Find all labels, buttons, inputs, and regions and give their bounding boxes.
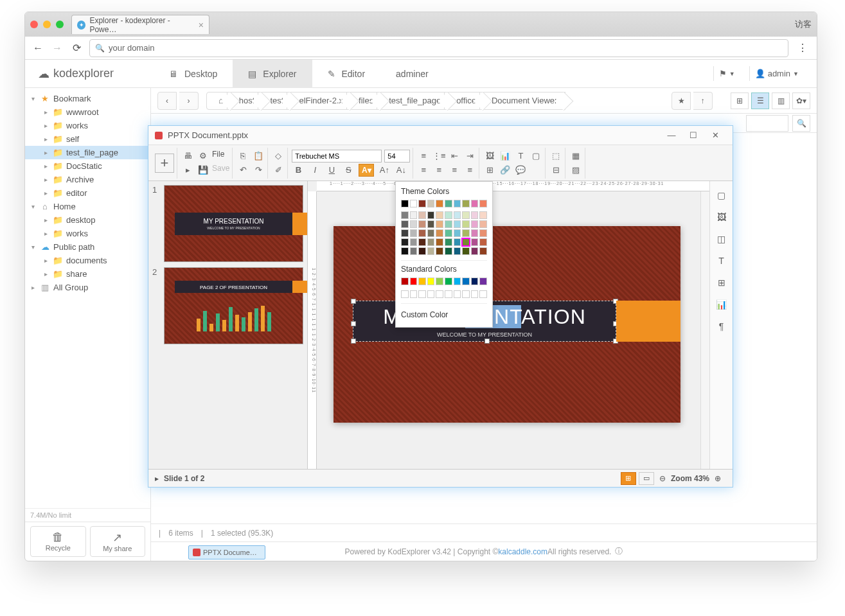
star-button[interactable]: ★ — [672, 92, 691, 110]
color-swatch[interactable] — [436, 211, 443, 219]
sidebar-item-self[interactable]: ▸📁self — [25, 132, 150, 146]
chart2-settings-icon[interactable]: 📊 — [715, 298, 728, 311]
file-menu[interactable]: File — [212, 150, 224, 163]
color-swatch[interactable] — [418, 238, 426, 246]
sidebar-item-desktop[interactable]: ▸📁desktop — [25, 213, 150, 227]
close-window[interactable] — [30, 21, 38, 28]
shape-icon[interactable]: ▢ — [529, 150, 542, 163]
image-settings-icon[interactable]: 🖼 — [715, 211, 728, 224]
link-icon[interactable]: 🔗 — [499, 164, 511, 177]
more-menu-icon[interactable]: ⋮ — [795, 42, 810, 54]
table-settings-icon[interactable]: ⊞ — [715, 276, 728, 289]
up-button[interactable]: ↑ — [693, 92, 713, 110]
color-swatch[interactable] — [479, 247, 487, 255]
color-swatch[interactable] — [462, 277, 470, 285]
minimize-button[interactable]: — — [661, 127, 682, 145]
view-theme[interactable]: ✿▾ — [792, 92, 810, 109]
orange-shape[interactable] — [616, 301, 680, 342]
gear-icon[interactable]: ⚙ — [197, 150, 209, 163]
color-swatch[interactable] — [427, 229, 435, 237]
sidebar-item-works[interactable]: ▸📁works — [25, 227, 150, 240]
color-swatch[interactable] — [427, 277, 435, 285]
color-swatch[interactable] — [410, 247, 418, 255]
slide-canvas[interactable]: MY PRESENTATION WELCOME TO MY PRESENTATI… — [334, 226, 680, 423]
slide-thumbnail-2[interactable]: PAGE 2 OF PRESENTATION — [164, 267, 303, 344]
sidebar-item-works[interactable]: ▸📁works — [25, 119, 150, 132]
color-swatch[interactable] — [436, 200, 443, 207]
size-select[interactable]: 54 — [384, 150, 410, 163]
view-list[interactable]: ☰ — [751, 92, 769, 109]
color-swatch[interactable] — [462, 220, 470, 228]
color-swatch[interactable] — [427, 238, 435, 246]
color-swatch[interactable] — [454, 277, 461, 285]
color-swatch[interactable] — [454, 220, 461, 228]
color-swatch[interactable] — [401, 200, 409, 207]
redo-icon[interactable]: ↷ — [252, 164, 265, 177]
color-swatch[interactable] — [436, 290, 443, 298]
color-swatch[interactable] — [471, 238, 479, 246]
color-swatch[interactable] — [479, 200, 487, 207]
color-swatch[interactable] — [436, 229, 443, 237]
color-swatch[interactable] — [418, 247, 426, 255]
maximize-button[interactable]: ☐ — [682, 127, 704, 145]
info-icon[interactable]: ⓘ — [615, 546, 623, 557]
paste-icon[interactable]: 📋 — [252, 150, 265, 163]
color-swatch[interactable] — [445, 211, 452, 219]
color-swatch[interactable] — [471, 290, 479, 298]
color-swatch[interactable] — [479, 238, 487, 246]
align-left-icon[interactable]: ≡ — [417, 164, 430, 177]
color-swatch[interactable] — [471, 229, 479, 237]
highlight-color-button[interactable]: A▾ — [359, 164, 374, 177]
layout-icon[interactable]: ▦ — [569, 150, 582, 163]
font-shrink-icon[interactable]: A↓ — [395, 164, 407, 177]
canvas-area[interactable]: 1····1····2····3····4····5····6····7····… — [308, 181, 709, 469]
arrange-icon[interactable]: ⬚ — [549, 150, 562, 163]
taskbar-item[interactable]: PPTX Docume… — [188, 545, 265, 559]
nav-forward[interactable]: › — [179, 92, 199, 110]
sidebar-public[interactable]: ▾☁Public path — [25, 240, 150, 254]
view-fit[interactable]: ⊞ — [621, 472, 636, 485]
color-swatch[interactable] — [436, 238, 443, 246]
chart-settings-icon[interactable]: ◫ — [715, 233, 728, 245]
custom-color-button[interactable]: Custom Color — [401, 308, 487, 322]
color-swatch[interactable] — [479, 220, 487, 228]
text-settings-icon[interactable]: T — [715, 254, 728, 267]
color-swatch[interactable] — [410, 277, 418, 285]
color-swatch[interactable] — [454, 238, 461, 246]
underline-icon[interactable]: U — [325, 164, 338, 177]
color-swatch[interactable] — [418, 211, 426, 219]
zoom-in-icon[interactable]: ⊕ — [715, 474, 721, 483]
sidebar-item-documents[interactable]: ▸📁documents — [25, 254, 150, 267]
view-normal[interactable]: ▭ — [639, 472, 654, 485]
tab-editor[interactable]: ✎Editor — [312, 60, 381, 88]
color-swatch[interactable] — [471, 200, 479, 207]
color-swatch[interactable] — [436, 220, 443, 228]
color-swatch[interactable] — [418, 277, 426, 285]
color-swatch[interactable] — [471, 220, 479, 228]
color-swatch[interactable] — [436, 247, 443, 255]
color-swatch[interactable] — [454, 290, 461, 298]
image-icon[interactable]: 🖼 — [483, 150, 496, 163]
color-swatch[interactable] — [410, 211, 418, 219]
subtitle-text[interactable]: WELCOME TO MY PRESENTATION — [437, 331, 532, 338]
color-swatch[interactable] — [418, 220, 426, 228]
color-swatch[interactable] — [479, 290, 487, 298]
color-swatch[interactable] — [462, 238, 470, 246]
color-swatch[interactable] — [401, 247, 409, 255]
reload-icon[interactable]: ⟳ — [70, 42, 83, 54]
color-swatch[interactable] — [462, 247, 470, 255]
color-swatch[interactable] — [445, 220, 452, 228]
align-right-icon[interactable]: ≡ — [448, 164, 461, 177]
brush-icon[interactable]: ✐ — [272, 164, 285, 177]
indent-icon[interactable]: ⇥ — [463, 150, 476, 163]
color-swatch[interactable] — [454, 200, 461, 207]
play-icon[interactable]: ▸ — [155, 474, 159, 483]
user-menu[interactable]: 👤admin▼ — [749, 66, 804, 81]
color-swatch[interactable] — [454, 229, 461, 237]
color-swatch[interactable] — [454, 211, 461, 219]
theme-icon[interactable]: ▨ — [569, 164, 582, 177]
breadcrumb-home[interactable]: ⌂ — [206, 92, 232, 110]
sidebar-allgroup[interactable]: ▸▥All Group — [25, 281, 150, 294]
color-swatch[interactable] — [479, 277, 487, 285]
comment-icon[interactable]: 💬 — [514, 164, 527, 177]
